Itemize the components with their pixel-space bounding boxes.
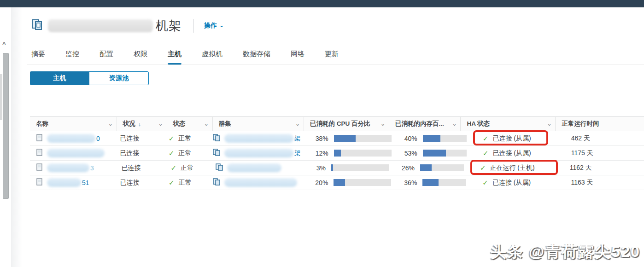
memory-usage-bar <box>423 135 467 142</box>
tab-permissions[interactable]: 权限 <box>134 50 147 65</box>
tab-datastores[interactable]: 数据存储 <box>243 50 270 65</box>
host-name-fragment: 0 <box>96 135 100 142</box>
cluster-cell[interactable] <box>207 175 302 190</box>
actions-menu-button[interactable]: 操作 ⌄ <box>204 22 224 30</box>
cpu-usage-bar <box>334 150 392 157</box>
check-icon: ✓ <box>169 179 175 187</box>
memory-cell: 36% <box>391 175 465 190</box>
cluster-cell[interactable]: 架 <box>207 146 302 160</box>
check-icon: ✓ <box>483 134 489 143</box>
uptime-cell: 462 天 <box>558 131 644 145</box>
status-text: 已连接 <box>120 134 139 143</box>
host-icon <box>36 178 43 187</box>
redacted-host-name <box>47 149 105 157</box>
host-name-cell[interactable]: 0 <box>30 131 114 145</box>
memory-cell: 40% <box>391 131 466 145</box>
state-cell: ✓正常 <box>163 146 207 160</box>
column-menu-chevron-icon[interactable]: ⌄ <box>204 121 209 127</box>
column-menu-chevron-icon[interactable]: ⌄ <box>108 121 113 127</box>
table-row[interactable]: 3 已连接 ✓正常 3% 26% ✓ 正在运行 (主机) 1162 天 <box>30 161 644 175</box>
cluster-name-fragment: 架 <box>294 149 301 157</box>
table-row[interactable]: 0 已连接 ✓正常 架 38% 40% ✓ 已连接 (从属) 462 天 <box>30 131 644 146</box>
host-name-cell[interactable]: 51 <box>30 175 114 190</box>
host-name-cell[interactable]: 3 <box>30 161 115 175</box>
column-menu-chevron-icon[interactable]: ⌄ <box>158 121 163 127</box>
toggle-resource-pools[interactable]: 资源池 <box>89 71 149 85</box>
table-row[interactable]: 已连接 ✓正常 架 12% 53% ✓ 已连接 (从属) 1175 天 <box>30 146 644 161</box>
cluster-icon <box>213 149 221 158</box>
column-menu-chevron-icon[interactable]: ⌄ <box>295 121 300 127</box>
scrollbar-thumb[interactable] <box>3 53 9 199</box>
cluster-icon <box>213 178 221 187</box>
column-header-memory[interactable]: 已消耗的内存百... ⌄ <box>389 117 461 131</box>
column-header-cluster[interactable]: 群集 ⌄ <box>213 117 304 131</box>
main-content: 机架 操作 ⌄ 摘要 监控 配置 权限 主机 虚拟机 数据存储 网络 更新 主机… <box>27 7 644 267</box>
tab-vms[interactable]: 虚拟机 <box>202 50 222 65</box>
tab-bar: 摘要 监控 配置 权限 主机 虚拟机 数据存储 网络 更新 <box>31 50 339 65</box>
status-cell: 已连接 <box>114 131 162 145</box>
cluster-name-fragment: 架 <box>294 134 301 143</box>
panel-shadow <box>11 7 27 267</box>
sort-desc-icon: ↓ <box>138 121 141 128</box>
toggle-hosts[interactable]: 主机 <box>30 71 89 85</box>
cpu-percent: 20% <box>308 179 328 186</box>
status-cell: 已连接 <box>115 161 164 175</box>
ha-state-cell: ✓ 已连接 (从属) <box>466 131 558 145</box>
cluster-cell[interactable] <box>210 161 299 175</box>
uptime-text: 462 天 <box>571 134 590 143</box>
column-header-name[interactable]: 名称 ⌄ <box>30 117 117 131</box>
column-header-uptime[interactable]: 正常运行时间 <box>556 117 644 131</box>
state-text: 正常 <box>179 179 192 187</box>
table-header-row: 名称 ⌄ 状况 ↓ ⌄ 状态 ⌄ 群集 ⌄ 已消耗的 CPU 百分比 ⌄ 已消耗… <box>30 116 644 131</box>
state-text: 正常 <box>181 164 193 172</box>
tab-networks[interactable]: 网络 <box>291 50 304 65</box>
tab-monitor[interactable]: 监控 <box>65 50 79 65</box>
cpu-percent: 12% <box>308 150 328 157</box>
divider <box>193 19 194 33</box>
memory-percent: 26% <box>394 164 415 172</box>
memory-usage-bar <box>422 179 466 186</box>
cpu-cell: 38% <box>302 131 391 145</box>
cpu-percent: 38% <box>308 135 328 142</box>
column-header-ha-state[interactable]: HA 状态 ⌄ <box>461 117 556 131</box>
cpu-cell: 12% <box>302 146 391 160</box>
table-row[interactable]: 51 已连接 ✓正常 20% 36% ✓ 已连接 (从属) 1163 天 <box>30 175 644 190</box>
cpu-usage-bar <box>331 164 389 171</box>
check-icon: ✓ <box>480 164 486 172</box>
column-header-state[interactable]: 状态 ⌄ <box>167 117 213 131</box>
cluster-icon <box>31 19 43 33</box>
column-label: 状况 <box>123 120 135 128</box>
cluster-icon <box>216 163 223 173</box>
cpu-cell: 20% <box>302 175 391 190</box>
column-label: 已消耗的内存百... <box>395 120 444 128</box>
redacted-host-name <box>47 163 89 172</box>
column-label: 已消耗的 CPU 百分比 <box>310 120 370 128</box>
memory-usage-bar <box>423 150 467 157</box>
tab-summary[interactable]: 摘要 <box>31 50 45 65</box>
column-menu-chevron-icon[interactable]: ⌄ <box>381 121 385 127</box>
cluster-icon <box>213 134 221 143</box>
collapse-chevron-icon[interactable]: ^ <box>2 41 6 47</box>
status-text: 已连接 <box>120 179 140 187</box>
tab-hosts[interactable]: 主机 <box>168 50 181 65</box>
tab-configure[interactable]: 配置 <box>100 50 113 65</box>
status-text: 已连接 <box>120 149 139 157</box>
column-menu-chevron-icon[interactable]: ⌄ <box>547 121 551 127</box>
uptime-text: 1175 天 <box>571 149 593 157</box>
ha-state-cell: ✓ 正在运行 (主机) <box>463 161 557 175</box>
tab-updates[interactable]: 更新 <box>325 50 339 65</box>
state-text: 正常 <box>178 134 191 143</box>
ha-state-text: 已连接 (从属) <box>492 134 531 143</box>
column-header-status[interactable]: 状况 ↓ ⌄ <box>117 117 167 131</box>
host-icon <box>36 134 43 143</box>
chevron-down-icon: ⌄ <box>219 22 224 29</box>
uptime-cell: 1162 天 <box>557 161 644 175</box>
host-name-cell[interactable] <box>30 146 114 160</box>
column-menu-chevron-icon[interactable]: ⌄ <box>452 121 457 127</box>
check-icon: ✓ <box>482 179 488 187</box>
column-header-cpu[interactable]: 已消耗的 CPU 百分比 ⌄ <box>304 117 389 131</box>
cluster-cell[interactable]: 架 <box>207 131 302 145</box>
state-cell: ✓正常 <box>163 175 207 190</box>
nav-panel-edge <box>0 74 2 120</box>
column-label: 状态 <box>173 120 186 128</box>
